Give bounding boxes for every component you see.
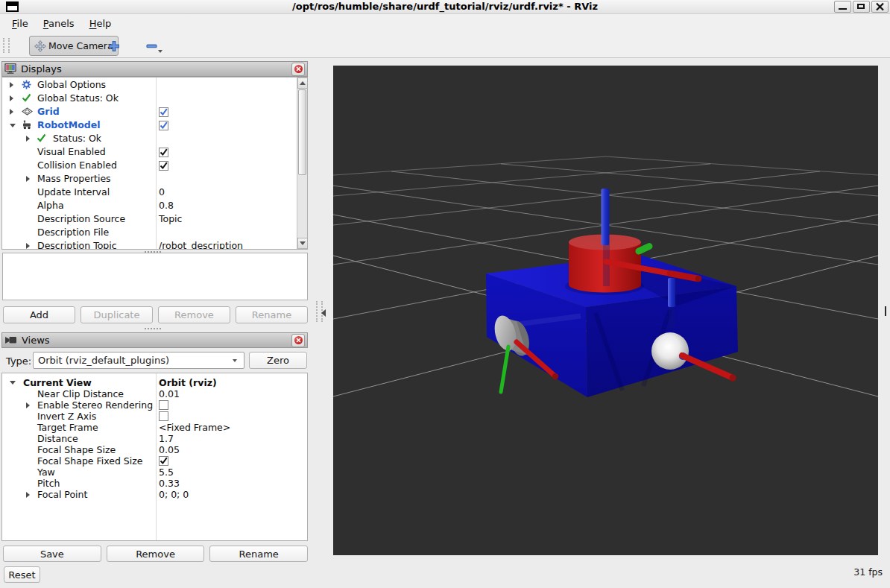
expand-arrow[interactable]	[26, 402, 30, 408]
tree-value[interactable]: 0.33	[159, 478, 180, 489]
tree-value[interactable]: 5.5	[159, 467, 174, 478]
tree-row-update-interval[interactable]: Update Interval0	[2, 186, 307, 199]
checkbox-unchecked[interactable]	[159, 411, 168, 421]
tree-label: Alpha	[37, 200, 64, 211]
toolbar-drag-handle[interactable]	[3, 38, 10, 53]
views-close-button[interactable]	[291, 334, 305, 347]
render-viewport[interactable]	[333, 66, 878, 555]
splitter-dots-2[interactable]	[144, 327, 162, 330]
tree-row-description-file[interactable]: Description File	[2, 226, 307, 239]
expand-arrow[interactable]	[26, 243, 30, 249]
remove-button[interactable]: Remove	[107, 546, 205, 562]
expand-arrow[interactable]	[26, 492, 30, 498]
reset-button[interactable]: Reset	[4, 566, 40, 583]
displays-panel-icon	[4, 63, 16, 75]
tree-row-mass-properties[interactable]: Mass Properties	[2, 172, 307, 186]
maximize-button[interactable]	[853, 1, 870, 13]
checkbox-unchecked[interactable]	[159, 400, 168, 410]
tree-row-robotmodel[interactable]: RobotModel	[2, 118, 307, 132]
checkbox-checked[interactable]	[159, 456, 168, 466]
tree-row-global-options[interactable]: Global Options	[2, 78, 307, 92]
tree-label: Near Clip Distance	[37, 388, 124, 399]
zero-button[interactable]: Zero	[249, 352, 307, 369]
checkbox-checked[interactable]	[159, 121, 168, 130]
tree-row-description-source[interactable]: Description SourceTopic	[2, 212, 307, 226]
tree-value[interactable]: <Fixed Frame>	[159, 422, 230, 433]
views-close-icon	[294, 336, 303, 344]
right-dock-handle[interactable]	[885, 306, 886, 316]
tree-row-collision-enabled[interactable]: Collision Enabled	[2, 159, 307, 172]
tree-row-alpha[interactable]: Alpha0.8	[2, 199, 307, 212]
blue-post	[668, 278, 675, 307]
checkbox-checked[interactable]	[159, 107, 168, 117]
tree-value[interactable]: 1.7	[159, 433, 174, 444]
tree-row-enable-stereo-rendering[interactable]: Enable Stereo Rendering	[2, 399, 307, 411]
tree-row-status-ok[interactable]: Status: Ok	[2, 132, 307, 145]
tree-label: Focal Shape Size	[37, 444, 116, 455]
menu-item-help[interactable]: Help	[82, 16, 119, 31]
tree-row-global-status-ok[interactable]: Global Status: Ok	[2, 92, 307, 105]
menu-item-panels[interactable]: Panels	[36, 16, 82, 31]
minimize-button[interactable]	[834, 1, 851, 13]
expand-arrow[interactable]	[26, 176, 30, 182]
tree-row-focal-shape-fixed-size[interactable]: Focal Shape Fixed Size	[2, 455, 307, 467]
add-tool-button[interactable]	[104, 36, 124, 56]
blue-post-inside	[669, 307, 675, 328]
tree-row-target-frame[interactable]: Target Frame<Fixed Frame>	[2, 422, 307, 433]
tree-row-pitch[interactable]: Pitch0.33	[2, 478, 307, 489]
views-panel-header[interactable]: Views	[1, 332, 308, 348]
tree-value[interactable]: /robot_description	[159, 240, 243, 250]
expand-arrow[interactable]	[10, 82, 13, 88]
menu-item-file[interactable]: File	[4, 16, 36, 31]
close-window-button[interactable]	[871, 1, 889, 13]
title-bar[interactable]: /opt/ros/humble/share/urdf_tutorial/rviz…	[0, 0, 890, 14]
tree-value[interactable]: Topic	[159, 213, 182, 224]
tree-row-grid[interactable]: Grid	[2, 105, 307, 118]
add-tool-icon	[108, 40, 120, 52]
remove-button[interactable]: Remove	[158, 306, 230, 323]
rename-button[interactable]: Rename	[209, 546, 308, 562]
tree-label: Collision Enabled	[37, 159, 117, 171]
remove-tool-dropdown-arrow[interactable]	[158, 50, 162, 53]
tree-value[interactable]: 0.05	[159, 444, 180, 455]
tree-label: Description Source	[37, 213, 125, 224]
collapse-arrow[interactable]	[10, 124, 16, 127]
tree-row-yaw[interactable]: Yaw5.5	[2, 467, 307, 478]
tree-row-distance[interactable]: Distance1.7	[2, 433, 307, 444]
add-button[interactable]: Add	[3, 306, 75, 323]
tree-label: Target Frame	[37, 422, 98, 433]
displays-button-row: AddDuplicateRemoveRename	[3, 306, 308, 323]
red-rod-right-cap	[730, 375, 736, 382]
toolbar: Move Camera	[0, 33, 890, 58]
tree-row-invert-z-axis[interactable]: Invert Z Axis	[2, 411, 307, 422]
expand-arrow[interactable]	[10, 95, 13, 101]
view-type-combobox[interactable]: Orbit (rviz_default_plugins)	[33, 352, 244, 369]
tree-row-current-view[interactable]: Current ViewOrbit (rviz)	[2, 377, 307, 388]
rviz-window: /opt/ros/humble/share/urdf_tutorial/rviz…	[0, 0, 890, 588]
tree-row-near-clip-distance[interactable]: Near Clip Distance0.01	[2, 388, 307, 399]
tree-value[interactable]: Orbit (rviz)	[159, 377, 217, 388]
displays-close-button[interactable]	[291, 63, 305, 76]
tree-value[interactable]: 0; 0; 0	[159, 489, 189, 500]
tree-value[interactable]: 0.01	[159, 388, 180, 399]
tree-value[interactable]: 0.8	[159, 200, 174, 211]
dock-collapse-arrow[interactable]	[321, 309, 326, 317]
checkbox-checked[interactable]	[159, 161, 168, 171]
rename-button[interactable]: Rename	[236, 306, 308, 323]
check-icon	[22, 93, 31, 104]
duplicate-button[interactable]: Duplicate	[81, 306, 153, 323]
expand-arrow[interactable]	[10, 109, 13, 115]
collapse-arrow[interactable]	[10, 381, 16, 385]
expand-arrow[interactable]	[26, 136, 30, 142]
checkbox-checked[interactable]	[159, 148, 168, 157]
tree-row-focal-shape-size[interactable]: Focal Shape Size0.05	[2, 444, 307, 455]
displays-tree: Global OptionsGlobal Status: OkGridRobot…	[1, 77, 308, 250]
tree-row-focal-point[interactable]: Focal Point0; 0; 0	[2, 489, 307, 500]
tree-label: Focal Point	[37, 489, 87, 500]
save-button[interactable]: Save	[3, 546, 101, 562]
tree-value[interactable]: 0	[159, 186, 165, 197]
tree-label: Status: Ok	[53, 133, 101, 144]
displays-panel-header[interactable]: Displays	[1, 61, 308, 77]
tree-row-visual-enabled[interactable]: Visual Enabled	[2, 145, 307, 159]
tree-row-description-topic[interactable]: Description Topic/robot_description	[2, 239, 307, 250]
